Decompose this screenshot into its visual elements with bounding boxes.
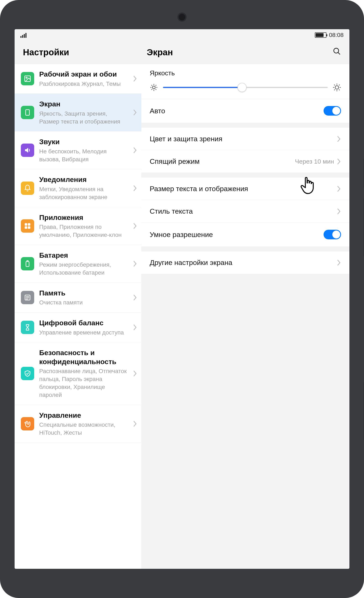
svg-rect-4 [26,110,29,115]
screen: 08:08 Настройки Экран [15,29,349,569]
tablet-frame: 08:08 Настройки Экран [0,0,364,598]
hand-icon [21,417,34,431]
chevron-right-icon [133,147,137,154]
sidebar-item-battery[interactable]: Батарея Режим энергосбережения, Использо… [15,245,141,283]
chevron-right-icon [133,184,137,192]
row-value: Через 10 мин [295,158,334,165]
sidebar-item-subtitle: Права, Приложения по умолчанию, Приложен… [39,223,128,239]
svg-rect-10 [27,261,28,262]
svg-point-0 [334,48,339,53]
sidebar-item-sounds[interactable]: Звуки Не беспокоить, Мелодия вызова, Виб… [15,132,141,169]
svg-line-32 [339,85,340,85]
battery-settings-icon [21,257,34,270]
row-smart-resolution[interactable]: Умное разрешение [141,222,349,246]
sidebar-item-accessibility[interactable]: Управление Специальные возможности, HiTo… [15,405,141,443]
svg-point-3 [26,77,27,78]
sidebar-item-label: Звуки [39,137,128,146]
hourglass-icon [21,321,34,334]
signal-icon [20,32,26,38]
row-label: Спящий режим [150,157,200,166]
toggle-auto-brightness[interactable] [324,106,341,116]
sidebar-item-digital-balance[interactable]: Цифровой баланс Управление временем дост… [15,313,141,342]
slider-thumb[interactable] [237,83,247,92]
storage-icon [21,291,34,304]
sidebar-item-subtitle: Управление временем доступа [39,329,128,337]
chevron-right-icon [337,185,341,193]
chevron-right-icon [133,222,137,230]
sidebar-title: Настройки [15,47,141,57]
svg-line-22 [151,89,152,90]
sun-high-icon [333,83,341,91]
sidebar-item-label: Управление [39,411,128,420]
sidebar-item-label: Батарея [39,251,128,260]
svg-point-15 [152,86,155,89]
status-time: 08:08 [329,32,344,38]
sidebar-item-subtitle: Разблокировка Журнал, Темы [39,80,128,88]
row-text-style[interactable]: Стиль текста [141,200,349,222]
apps-icon [21,219,34,233]
sidebar-item-subtitle: Режим энергосбережения, Использование ба… [39,261,128,277]
row-label: Другие настройки экрана [150,258,232,267]
sidebar-item-apps[interactable]: Приложения Права, Приложения по умолчани… [15,207,141,245]
toggle-smart-resolution[interactable] [324,230,341,239]
svg-line-31 [334,90,335,90]
svg-rect-5 [25,223,27,225]
wallpaper-icon [21,72,34,85]
svg-rect-8 [28,226,31,229]
sound-icon [21,143,34,157]
svg-line-21 [155,89,156,90]
chevron-right-icon [337,208,341,215]
svg-line-20 [151,85,152,85]
sidebar-item-security[interactable]: Безопасность и конфиденциальность Распоз… [15,342,141,405]
status-bar: 08:08 [15,29,349,41]
chevron-right-icon [133,370,137,377]
sidebar-item-subtitle: Очистка памяти [39,299,128,307]
sidebar-item-subtitle: Специальные возможности, HiTouch, Жесты [39,421,128,437]
sidebar-item-storage[interactable]: Память Очистка памяти [15,283,141,313]
sidebar-item-label: Безопасность и конфиденциальность [39,348,128,366]
chevron-right-icon [133,109,137,116]
sidebar-item-display[interactable]: Экран Яркость, Защита зрения, Размер тек… [15,94,141,132]
sidebar-item-label: Память [39,289,128,298]
brightness-slider[interactable] [163,87,328,88]
chevron-right-icon [133,420,137,428]
sidebar-item-wallpaper[interactable]: Рабочий экран и обои Разблокировка Журна… [15,64,141,94]
chevron-right-icon [337,259,341,266]
sidebar-item-label: Приложения [39,213,128,222]
row-sleep[interactable]: Спящий режим Через 10 мин [141,150,349,173]
chevron-right-icon [133,324,137,331]
brightness-label: Яркость [150,69,341,77]
row-auto-brightness[interactable]: Авто [141,99,349,123]
svg-line-30 [339,90,340,90]
sidebar-item-label: Уведомления [39,175,128,184]
row-text-size[interactable]: Размер текста и отображения [141,178,349,200]
chevron-right-icon [337,158,341,165]
svg-line-29 [334,85,335,85]
svg-rect-6 [28,223,31,225]
sun-low-icon [150,83,158,91]
svg-line-1 [338,52,340,54]
display-icon [21,106,34,119]
detail-title: Экран [147,47,173,57]
svg-rect-9 [26,261,29,266]
sidebar-item-subtitle: Метки, Уведомления на заблокированном эк… [39,185,128,201]
row-label: Умное разрешение [150,231,213,239]
headers: Настройки Экран [15,41,349,64]
sidebar-item-notifications[interactable]: Уведомления Метки, Уведомления на заблок… [15,169,141,207]
row-other-display[interactable]: Другие настройки экрана [141,251,349,274]
row-label: Стиль текста [150,207,193,215]
row-label: Цвет и защита зрения [150,135,222,143]
chevron-right-icon [133,294,137,301]
battery-icon [315,32,326,38]
shield-icon [21,367,34,380]
row-color-protect[interactable]: Цвет и защита зрения [141,128,349,150]
sidebar-item-label: Цифровой баланс [39,318,128,327]
chevron-right-icon [133,260,137,267]
sidebar-item-label: Рабочий экран и обои [39,70,128,79]
row-label: Авто [150,107,165,115]
search-icon[interactable] [333,47,341,58]
sidebar-item-subtitle: Яркость, Защита зрения, Размер текста и … [39,110,128,126]
settings-sidebar[interactable]: Рабочий экран и обои Разблокировка Журна… [15,64,141,569]
chevron-right-icon [337,135,341,143]
detail-panel: Яркость Авто [141,64,349,569]
